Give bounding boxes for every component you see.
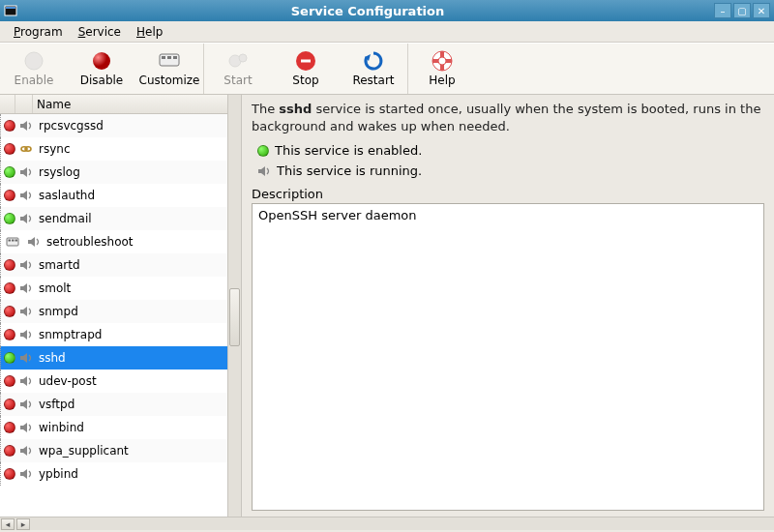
service-name: snmpd: [37, 305, 78, 318]
help-button[interactable]: Help: [408, 44, 476, 94]
service-row-ypbind[interactable]: ypbind: [0, 462, 227, 486]
service-row-sendmail[interactable]: sendmail: [0, 207, 227, 230]
service-name: sendmail: [37, 212, 92, 225]
service-row-rsync[interactable]: rsync: [0, 137, 227, 161]
svg-rect-11: [301, 60, 311, 63]
description-label: Description: [252, 187, 764, 201]
service-row-vsftpd[interactable]: vsftpd: [0, 393, 227, 416]
service-row-wpa_supplicant[interactable]: wpa_supplicant: [0, 439, 227, 462]
service-row-smolt[interactable]: smolt: [0, 277, 227, 300]
svg-marker-26: [20, 260, 27, 270]
service-row-setroubleshoot[interactable]: setroubleshoot: [0, 230, 227, 253]
speaker-icon: [18, 397, 34, 412]
service-row-saslauthd[interactable]: saslauthd: [0, 184, 227, 207]
status-dot-icon: [4, 468, 15, 480]
speaker-icon: [18, 281, 34, 296]
circle-red-icon: [91, 50, 112, 72]
svg-marker-36: [258, 166, 265, 176]
svg-rect-22: [9, 240, 12, 242]
speaker-icon: [18, 327, 34, 342]
svg-marker-27: [20, 283, 27, 293]
service-name: rpcsvcgssd: [37, 119, 104, 133]
service-intro: The sshd service is started once, usuall…: [252, 101, 764, 134]
service-row-udev-post[interactable]: udev-post: [0, 369, 227, 393]
speaker-icon: [18, 466, 34, 482]
service-row-winbind[interactable]: winbind: [0, 416, 227, 439]
service-name: smolt: [37, 281, 71, 295]
status-dot-icon: [4, 422, 15, 433]
svg-rect-7: [173, 56, 177, 59]
list-header[interactable]: Name: [0, 95, 227, 114]
svg-rect-23: [12, 240, 15, 242]
svg-marker-18: [20, 167, 27, 177]
svg-marker-29: [20, 330, 27, 340]
service-name: snmptrapd: [37, 328, 102, 341]
gears-icon: [226, 50, 250, 72]
svg-rect-24: [15, 240, 18, 242]
svg-marker-28: [20, 307, 27, 316]
help-icon: [432, 50, 453, 72]
speaker-icon: [18, 211, 34, 226]
enabled-dot-icon: [257, 145, 269, 157]
customize-button[interactable]: Customize: [135, 44, 203, 94]
service-list[interactable]: rpcsvcgssdrsyncrsyslogsaslauthdsendmails…: [0, 114, 227, 517]
menu-service[interactable]: Service: [71, 23, 129, 41]
svg-marker-32: [20, 399, 27, 409]
maximize-button[interactable]: ▢: [733, 3, 751, 18]
app-icon: [4, 4, 17, 17]
menubar: Program Service Help: [0, 21, 774, 43]
scroll-left-button[interactable]: ◂: [1, 518, 15, 530]
svg-marker-30: [20, 353, 27, 363]
column-name: Name: [33, 98, 71, 111]
status-dot-icon: [4, 120, 15, 132]
service-row-sshd[interactable]: sshd: [0, 346, 227, 369]
status-dot-icon: [4, 399, 15, 410]
svg-point-3: [93, 52, 110, 70]
speaker-icon: [18, 443, 34, 458]
disable-button[interactable]: Disable: [68, 44, 135, 94]
window-titlebar: Service Configuration – ▢ ✕: [0, 0, 774, 21]
svg-point-2: [25, 52, 43, 70]
speaker-icon: [18, 188, 34, 203]
close-button[interactable]: ✕: [753, 3, 770, 18]
service-row-rsyslog[interactable]: rsyslog: [0, 161, 227, 184]
enable-button: Enable: [0, 44, 68, 94]
status-dot-icon: [4, 190, 15, 201]
menu-help[interactable]: Help: [129, 23, 170, 41]
svg-rect-1: [6, 7, 15, 9]
speaker-icon: [18, 420, 34, 435]
service-name: smartd: [37, 258, 80, 272]
svg-rect-4: [160, 54, 179, 66]
svg-rect-6: [167, 56, 171, 59]
svg-marker-34: [20, 446, 27, 456]
menu-program[interactable]: Program: [6, 23, 71, 41]
circle-gray-icon: [23, 50, 45, 72]
speaker-icon: [18, 118, 34, 133]
speaker-icon: [257, 164, 271, 178]
status-running: This service is running.: [257, 163, 764, 178]
minimize-button[interactable]: –: [714, 3, 731, 18]
vertical-scrollbar[interactable]: [227, 95, 241, 517]
restart-icon: [363, 50, 384, 72]
restart-button[interactable]: Restart: [340, 44, 407, 94]
service-row-rpcsvcgssd[interactable]: rpcsvcgssd: [0, 114, 227, 137]
stop-button[interactable]: Stop: [272, 44, 340, 94]
horizontal-scrollbar[interactable]: ◂ ▸: [0, 517, 774, 530]
status-dot-icon: [4, 329, 15, 340]
svg-marker-33: [20, 423, 27, 432]
status-dot-icon: [4, 282, 15, 294]
scroll-right-button[interactable]: ▸: [16, 518, 30, 530]
service-row-snmpd[interactable]: snmpd: [0, 300, 227, 323]
svg-marker-25: [28, 237, 35, 247]
scrollbar-thumb[interactable]: [229, 288, 240, 346]
speaker-icon: [26, 234, 42, 250]
svg-marker-35: [20, 469, 27, 479]
status-dot-icon: [4, 306, 15, 317]
service-row-smartd[interactable]: smartd: [0, 253, 227, 277]
speaker-icon: [18, 164, 34, 180]
service-row-snmptrapd[interactable]: snmptrapd: [0, 323, 227, 346]
service-name: udev-post: [37, 374, 97, 388]
service-name: rsync: [37, 142, 71, 156]
svg-rect-5: [162, 56, 165, 59]
stop-icon: [295, 50, 316, 72]
